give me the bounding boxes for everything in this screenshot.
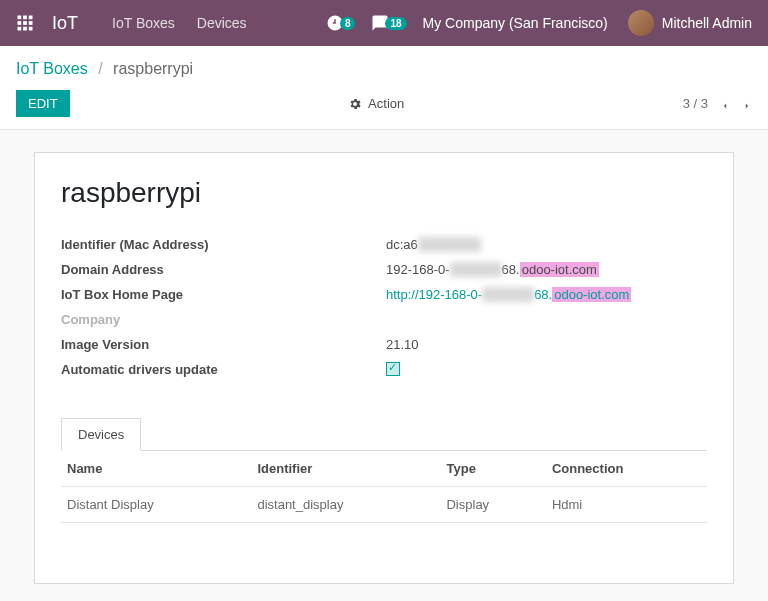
apps-icon[interactable]: [16, 14, 34, 32]
svg-rect-4: [23, 21, 27, 25]
cell-connection: Hdmi: [546, 487, 707, 523]
value-domain: 192-168-0-xxxxxxxx68.odoo-iot.com: [386, 262, 599, 277]
tab-devices[interactable]: Devices: [61, 418, 141, 451]
col-identifier[interactable]: Identifier: [251, 451, 440, 487]
tabs: Devices: [61, 417, 707, 451]
devices-table: Name Identifier Type Connection Distant …: [61, 451, 707, 523]
value-homepage: http://192-168-0-xxxxxxxx68.odoo-iot.com: [386, 287, 631, 302]
avatar[interactable]: [628, 10, 654, 36]
label-company: Company: [61, 312, 386, 327]
cell-type: Display: [440, 487, 545, 523]
messaging-icon[interactable]: 18: [371, 14, 406, 32]
svg-rect-5: [29, 21, 33, 25]
pager-text: 3 / 3: [683, 96, 708, 111]
messaging-badge: 18: [385, 17, 406, 30]
auto-update-checkbox[interactable]: [386, 362, 400, 376]
svg-rect-0: [18, 16, 22, 20]
homepage-link[interactable]: http://192-168-0-xxxxxxxx68.odoo-iot.com: [386, 287, 631, 302]
pager-next[interactable]: [742, 99, 752, 109]
user-menu[interactable]: Mitchell Admin: [662, 15, 752, 31]
nav-link-devices[interactable]: Devices: [197, 15, 247, 31]
label-domain: Domain Address: [61, 262, 386, 277]
value-image-version: 21.10: [386, 337, 419, 352]
svg-rect-2: [29, 16, 33, 20]
col-connection[interactable]: Connection: [546, 451, 707, 487]
action-menu[interactable]: Action: [348, 96, 404, 111]
action-label: Action: [368, 96, 404, 111]
col-type[interactable]: Type: [440, 451, 545, 487]
svg-rect-8: [29, 27, 33, 31]
col-name[interactable]: Name: [61, 451, 251, 487]
breadcrumb-current: raspberrypi: [113, 60, 193, 77]
activity-icon[interactable]: 8: [326, 14, 356, 32]
edit-button[interactable]: EDIT: [16, 90, 70, 117]
navbar: IoT IoT Boxes Devices 8 18 My Company (S…: [0, 0, 768, 46]
label-image-version: Image Version: [61, 337, 386, 352]
label-auto-update: Automatic drivers update: [61, 362, 386, 379]
brand[interactable]: IoT: [52, 13, 78, 34]
breadcrumb: IoT Boxes / raspberrypi: [16, 60, 752, 78]
nav-link-iot-boxes[interactable]: IoT Boxes: [112, 15, 175, 31]
cell-identifier: distant_display: [251, 487, 440, 523]
value-identifier: dc:a6xx:xx:xx:xx: [386, 237, 481, 252]
pager: 3 / 3: [683, 96, 752, 111]
svg-rect-3: [18, 21, 22, 25]
breadcrumb-sep: /: [98, 60, 102, 77]
form-sheet: raspberrypi Identifier (Mac Address) dc:…: [34, 152, 734, 584]
company-selector[interactable]: My Company (San Francisco): [423, 15, 608, 31]
label-homepage: IoT Box Home Page: [61, 287, 386, 302]
breadcrumb-root[interactable]: IoT Boxes: [16, 60, 88, 77]
svg-rect-6: [18, 27, 22, 31]
svg-rect-1: [23, 16, 27, 20]
svg-rect-7: [23, 27, 27, 31]
value-auto-update: [386, 362, 400, 379]
pager-prev[interactable]: [720, 99, 730, 109]
cell-name: Distant Display: [61, 487, 251, 523]
activity-badge: 8: [340, 17, 356, 30]
table-row[interactable]: Distant Display distant_display Display …: [61, 487, 707, 523]
record-title: raspberrypi: [61, 177, 707, 209]
control-bar: IoT Boxes / raspberrypi EDIT Action 3 / …: [0, 46, 768, 130]
gear-icon: [348, 97, 362, 111]
label-identifier: Identifier (Mac Address): [61, 237, 386, 252]
